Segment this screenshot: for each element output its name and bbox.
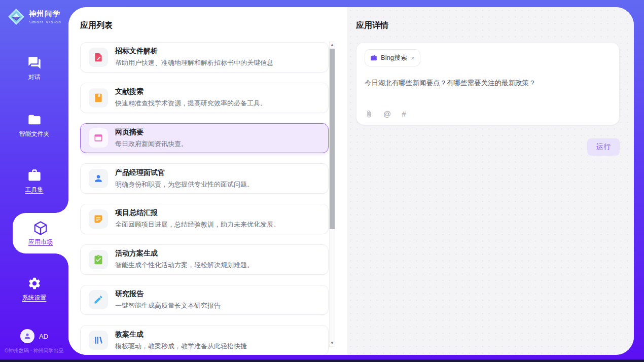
scrollbar-thumb[interactable]: [330, 49, 335, 229]
paperclip-icon[interactable]: [365, 110, 373, 118]
doc-edit-icon: [89, 48, 108, 67]
query-text[interactable]: 今日湖北有哪些新闻要点？有哪些需要关注的最新政策？: [365, 79, 611, 88]
app-card-project-summary[interactable]: 项目总结汇报 全面回顾项目进展，总结经验教训，助力未来优化发展。: [80, 204, 329, 234]
sidebar-item-smart-folder[interactable]: 智能文件夹: [0, 113, 68, 138]
app-logo: 神州问学 Smart Vision: [0, 8, 68, 26]
book-icon: [89, 88, 108, 107]
sidebar-item-label: 系统设置: [22, 294, 47, 302]
run-button[interactable]: 运行: [587, 138, 620, 156]
sidebar-item-label: 对话: [28, 73, 41, 82]
close-icon[interactable]: ×: [411, 55, 415, 61]
app-card-list: 招标文件解析 帮助用户快速、准确地理解和解析招标书中的关键信息 文献搜索 快速精…: [80, 42, 329, 355]
app-name: 教案生成: [115, 330, 247, 339]
pen-icon: [89, 290, 108, 309]
app-desc: 帮助用户快速、准确地理解和解析招标书中的关键信息: [115, 58, 273, 67]
sidebar-item-label: 应用市场: [28, 238, 53, 246]
diamond-logo-icon: [7, 8, 25, 26]
app-desc: 全面回顾项目进展，总结经验教训，助力未来优化发展。: [115, 220, 280, 229]
sidebar-item-chat[interactable]: 对话: [0, 56, 68, 82]
hashtag-icon[interactable]: #: [402, 110, 406, 118]
sidebar-item-label: 工具集: [25, 186, 44, 194]
main-content: 应用列表 招标文件解析 帮助用户快速、准确地理解和解析招标书中的关键信息: [68, 7, 634, 355]
toolbox-icon: [27, 168, 42, 183]
sidebar-item-app-market[interactable]: 应用市场: [13, 213, 68, 254]
app-name: 招标文件解析: [115, 47, 273, 56]
sidebar-item-toolset[interactable]: 工具集: [0, 168, 68, 194]
app-card-bid-parse[interactable]: 招标文件解析 帮助用户快速、准确地理解和解析招标书中的关键信息: [80, 42, 329, 73]
app-detail-title: 应用详情: [356, 20, 620, 31]
prompt-input-card[interactable]: Bing搜索 × 今日湖北有哪些新闻要点？有哪些需要关注的最新政策？ @ #: [356, 42, 620, 125]
app-card-literature-search[interactable]: 文献搜索 快速精准查找学术资源，提高研究效率的必备工具。: [80, 83, 329, 113]
app-card-web-summary[interactable]: 网页摘要 每日政府新闻资讯快查。: [80, 123, 329, 154]
app-card-pm-interviewer[interactable]: 产品经理面试官 明确身份和职责，为您提供专业性的面试问题。: [80, 163, 329, 194]
app-card-event-plan[interactable]: 活动方案生成 智能生成个性化活动方案，轻松解决规划难题。: [80, 244, 329, 275]
app-name: 网页摘要: [115, 128, 188, 137]
user-initials: AD: [39, 333, 48, 340]
tag-label: Bing搜索: [381, 53, 407, 62]
app-desc: 模板驱动，教案秒成，教学准备从此轻松快捷: [115, 342, 247, 351]
app-card-lesson-plan[interactable]: 教案生成 模板驱动，教案秒成，教学准备从此轻松快捷: [80, 325, 329, 355]
logo-title: 神州问学: [29, 9, 61, 19]
sidebar-item-label: 智能文件夹: [19, 130, 50, 138]
logo-subtitle: Smart Vision: [29, 20, 61, 24]
bottom-edge-bar: [0, 359, 644, 362]
app-desc: 每日政府新闻资讯快查。: [115, 139, 188, 149]
app-list-title: 应用列表: [80, 20, 347, 31]
cube-icon: [33, 221, 48, 236]
app-name: 项目总结汇报: [115, 208, 280, 218]
app-name: 研究报告: [115, 289, 221, 299]
scroll-up-icon[interactable]: ▲: [330, 42, 335, 48]
app-desc: 明确身份和职责，为您提供专业性的面试问题。: [115, 180, 254, 189]
sidebar-footer: ©神州数码 · 神州问学出品: [0, 347, 68, 354]
sidebar-item-settings[interactable]: 系统设置: [0, 276, 68, 302]
app-desc: 快速精准查找学术资源，提高研究效率的必备工具。: [115, 99, 267, 108]
run-row: 运行: [356, 138, 620, 156]
app-window: 神州问学 Smart Vision 对话 智能文件夹 工具集: [0, 0, 644, 362]
app-name: 活动方案生成: [115, 249, 254, 258]
app-card-research-report[interactable]: 研究报告 一键智能生成高质量长文本研究报告: [80, 285, 329, 315]
tool-tag-bing-search[interactable]: Bing搜索 ×: [365, 49, 420, 66]
sidebar: 神州问学 Smart Vision 对话 智能文件夹 工具集: [0, 0, 68, 359]
gear-icon: [27, 276, 42, 291]
folder-icon: [27, 113, 42, 127]
note-icon: [89, 209, 108, 229]
app-desc: 智能生成个性化活动方案，轻松解决规划难题。: [115, 261, 254, 270]
person-interview-icon: [89, 169, 108, 188]
app-desc: 一键智能生成高质量长文本研究报告: [115, 301, 221, 310]
clipboard-check-icon: [89, 250, 108, 269]
avatar: [20, 329, 34, 343]
chat-icon: [27, 56, 42, 70]
app-detail-panel: 应用详情 Bing搜索 × 今日湖北有哪些新闻要点？有哪些需要关注的最新政策？ …: [347, 7, 634, 355]
person-icon: [23, 332, 31, 340]
briefcase-icon: [370, 54, 377, 61]
mention-icon[interactable]: @: [383, 110, 391, 118]
scroll-down-icon[interactable]: ▼: [330, 340, 335, 346]
user-account[interactable]: AD: [0, 329, 68, 343]
app-name: 文献搜索: [115, 87, 267, 96]
app-name: 产品经理面试官: [115, 168, 254, 177]
browser-code-icon: [89, 128, 108, 148]
books-icon: [89, 331, 108, 350]
logo-text: 神州问学 Smart Vision: [29, 9, 61, 24]
app-list-panel: 应用列表 招标文件解析 帮助用户快速、准确地理解和解析招标书中的关键信息: [68, 7, 347, 355]
attachment-toolbar: @ #: [365, 110, 406, 118]
list-scrollbar[interactable]: ▲ ▼: [329, 42, 335, 347]
